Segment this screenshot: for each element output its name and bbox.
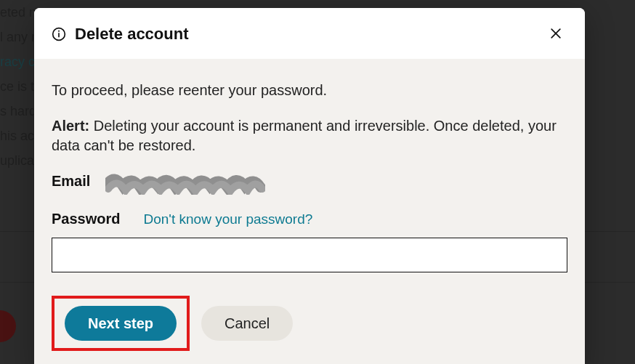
svg-point-2 <box>58 31 60 32</box>
instruction-highlight: Next step <box>52 296 190 351</box>
forgot-password-link[interactable]: Don't know your password? <box>143 211 312 227</box>
alert-text: Alert: Deleting your account is permanen… <box>52 116 567 155</box>
redacted-email <box>105 171 265 195</box>
instruction-text: To proceed, please reenter your password… <box>52 82 567 99</box>
next-step-button[interactable]: Next step <box>65 306 177 341</box>
password-label: Password <box>52 211 120 227</box>
info-icon <box>52 27 66 41</box>
email-field-row: Email <box>52 171 567 195</box>
password-input[interactable] <box>52 238 567 272</box>
email-label: Email <box>52 173 90 190</box>
delete-account-modal: Delete account To proceed, please reente… <box>34 8 585 364</box>
close-icon <box>549 26 563 43</box>
modal-header: Delete account <box>34 8 585 59</box>
modal-title: Delete account <box>75 25 544 44</box>
close-button[interactable] <box>544 23 567 46</box>
alert-label: Alert: <box>52 118 89 134</box>
password-field-row: Password Don't know your password? <box>52 211 567 227</box>
cancel-button[interactable]: Cancel <box>201 306 293 341</box>
alert-body: Deleting your account is permanent and i… <box>52 118 557 153</box>
modal-footer: Next step Cancel <box>34 290 585 364</box>
modal-body: To proceed, please reenter your password… <box>34 59 585 290</box>
